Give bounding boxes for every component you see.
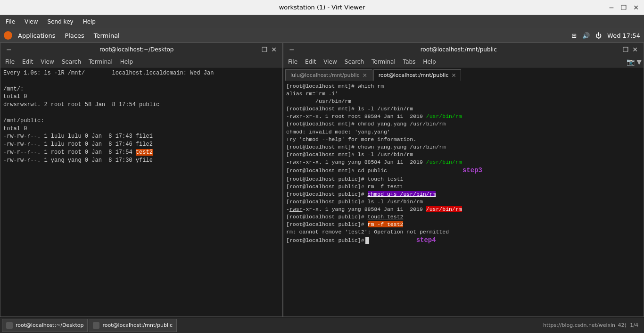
terminal-right: − root@localhost:/mnt/public ❐ ✕ File Ed… xyxy=(283,42,644,317)
term-r-line: [root@localhost public]# step4 xyxy=(286,236,641,245)
taskbar-right-info: https://blog.csdn.net/weixin_42( 1/4 xyxy=(543,322,642,328)
term-line: -rw-rw-r--. 1 lulu root 0 Jan 8 17:46 fi… xyxy=(3,141,280,149)
taskbar-icon-mnt xyxy=(93,322,99,329)
term-r-line: -rwxr-xr-x. 1 yang yang 88584 Jan 11 201… xyxy=(286,158,641,166)
term-r-line: /usr/bin/rm xyxy=(286,98,641,105)
taskbar: root@localhost:~/Desktop root@localhost:… xyxy=(0,317,644,333)
terminal-right-tabbar: lulu@localhost:/mnt/public ✕ root@localh… xyxy=(283,67,644,81)
tmenu-r-help[interactable]: Help xyxy=(420,58,438,66)
term-line: total 0 xyxy=(3,125,280,133)
taskbar-page: 1/4 xyxy=(630,322,638,328)
term-r-line: rm: cannot remove 'test2': Operation not… xyxy=(286,228,641,236)
tab-lulu-close[interactable]: ✕ xyxy=(363,72,367,79)
tmenu-terminal[interactable]: Terminal xyxy=(86,58,116,66)
app-menubar: File View Send key Help xyxy=(0,15,644,28)
terminal-right-minimize[interactable]: − xyxy=(287,46,297,53)
terminal-left-titlebar: − root@localhost:~/Desktop ❐ ✕ xyxy=(0,43,282,56)
taskbar-item-desktop[interactable]: root@localhost:~/Desktop xyxy=(2,319,88,332)
term-r-line: [root@localhost mnt]# which rm xyxy=(286,83,641,90)
terminal-left-close[interactable]: ✕ xyxy=(269,46,279,53)
term-line: -rw-rw-r--. 1 yang yang 0 Jan 8 17:30 yf… xyxy=(3,157,280,165)
terminal-left-menubar: File Edit View Search Terminal Help xyxy=(0,56,282,67)
window-controls: − ❐ ✕ xyxy=(607,3,640,12)
terminal-right-content: [root@localhost mnt]# which rm alias rm=… xyxy=(283,81,644,316)
tmenu-file[interactable]: File xyxy=(2,58,17,66)
term-r-line: -rwsr-xr-x. 1 yang yang 88584 Jan 11 201… xyxy=(286,206,641,213)
tmenu-edit[interactable]: Edit xyxy=(19,58,36,66)
network-icon: ⊞ xyxy=(571,32,577,39)
tmenu-r-file[interactable]: File xyxy=(285,58,300,66)
restore-button[interactable]: ❐ xyxy=(619,3,628,12)
tmenu-r-terminal[interactable]: Terminal xyxy=(369,58,398,66)
terminal-right-restore[interactable]: ❐ xyxy=(621,46,631,53)
term-r-line: [root@localhost public]# touch test1 xyxy=(286,175,641,183)
term-r-line: [root@localhost mnt]# chown yang.yang /u… xyxy=(286,143,641,151)
app-icon xyxy=(4,31,12,40)
tmenu-help[interactable]: Help xyxy=(117,58,136,66)
terminal-right-close[interactable]: ✕ xyxy=(630,46,640,53)
term-r-line: [root@localhost mnt]# cd publicstep3 xyxy=(286,166,641,175)
term-r-line: [root@localhost public]# ls -l /usr/bin/… xyxy=(286,198,641,206)
term-line: /mnt/: xyxy=(3,85,280,93)
menu-help[interactable]: Help xyxy=(79,17,99,26)
terminal-screenshot-icon[interactable]: 📷 xyxy=(627,58,635,66)
taskbar-icon-desktop xyxy=(6,322,13,329)
tab-root-close[interactable]: ✕ xyxy=(451,72,456,79)
term-r-line: chmod: invalid mode: 'yang.yang' xyxy=(286,128,641,136)
terminal-left-title: root@localhost:~/Desktop xyxy=(14,46,260,53)
term-line: drwsrwsrwt. 2 root root 58 Jan 8 17:54 p… xyxy=(3,101,280,109)
term-r-line: -rwxr-xr-x. 1 root root 88584 Jan 11 201… xyxy=(286,113,641,120)
taskbar-label-mnt: root@localhost:/mnt/public xyxy=(102,322,173,328)
menu-view[interactable]: View xyxy=(21,17,41,26)
taskbar-label-desktop: root@localhost:~/Desktop xyxy=(16,322,83,328)
terminal-left-minimize[interactable]: − xyxy=(4,46,14,53)
term-line: -rw-r--r--. 1 root root 0 Jan 8 17:54 te… xyxy=(3,149,280,157)
taskbar-item-mnt[interactable]: root@localhost:/mnt/public xyxy=(89,319,177,332)
title-bar: workstation (1) - Virt Viewer − ❐ ✕ xyxy=(0,0,644,15)
volume-icon: 🔊 xyxy=(582,32,590,39)
term-line: -rw-rw-r--. 1 lulu lulu 0 Jan 8 17:43 fi… xyxy=(3,133,280,141)
tmenu-view[interactable]: View xyxy=(38,58,57,66)
term-r-line: [root@localhost mnt]# chmod yang.yang /u… xyxy=(286,120,641,128)
tmenu-r-edit[interactable]: Edit xyxy=(302,58,319,66)
panel-right: ⊞ 🔊 ⏻ Wed 17:54 xyxy=(571,32,640,39)
panel-places[interactable]: Places xyxy=(61,31,88,40)
tab-root-label: root@localhost:/mnt/public xyxy=(379,72,449,78)
panel-applications[interactable]: Applications xyxy=(14,31,59,40)
panel-terminal[interactable]: Terminal xyxy=(90,31,124,40)
term-r-line: [root@localhost mnt]# ls -l /usr/bin/rm xyxy=(286,105,641,113)
term-line: /mnt/public: xyxy=(3,117,280,125)
terminals-container: − root@localhost:~/Desktop ❐ ✕ File Edit… xyxy=(0,42,644,317)
panel-left: Applications Places Terminal xyxy=(4,31,124,40)
taskbar-url: https://blog.csdn.net/weixin_42( xyxy=(543,322,627,328)
tmenu-r-tabs[interactable]: Tabs xyxy=(400,58,419,66)
close-button[interactable]: ✕ xyxy=(632,3,640,12)
term-line xyxy=(3,109,280,117)
terminal-left-content: Every 1.0s: ls -lR /mnt/ localhost.local… xyxy=(0,67,282,316)
tab-lulu[interactable]: lulu@localhost:/mnt/public ✕ xyxy=(285,69,372,81)
tmenu-search[interactable]: Search xyxy=(59,58,84,66)
terminal-right-title: root@localhost:/mnt/public xyxy=(297,46,621,53)
tmenu-r-search[interactable]: Search xyxy=(342,58,367,66)
power-icon: ⏻ xyxy=(595,32,602,39)
terminal-left-restore[interactable]: ❐ xyxy=(260,46,270,53)
terminal-right-menubar: File Edit View Search Terminal Tabs Help… xyxy=(283,56,644,67)
tab-lulu-label: lulu@localhost:/mnt/public xyxy=(290,72,360,78)
tab-root[interactable]: root@localhost:/mnt/public ✕ xyxy=(373,69,462,81)
term-r-line: [root@localhost public]# touch test2 xyxy=(286,213,641,221)
tmenu-r-view[interactable]: View xyxy=(321,58,339,66)
menu-file[interactable]: File xyxy=(2,17,19,26)
term-r-line: [root@localhost public]# rm -f test1 xyxy=(286,183,641,191)
term-r-line: [root@localhost public]# rm -f test2 xyxy=(286,221,641,228)
minimize-button[interactable]: − xyxy=(607,3,616,12)
term-r-line: [root@localhost public]# chmod u+s /usr/… xyxy=(286,191,641,198)
window-title: workstation (1) - Virt Viewer xyxy=(279,4,365,11)
clock: Wed 17:54 xyxy=(607,32,640,39)
terminal-dropdown-icon[interactable]: ▼ xyxy=(636,58,642,66)
menu-sendkey[interactable]: Send key xyxy=(44,17,77,26)
terminal-right-titlebar: − root@localhost:/mnt/public ❐ ✕ xyxy=(283,43,644,56)
terminal-left: − root@localhost:~/Desktop ❐ ✕ File Edit… xyxy=(0,42,283,317)
desktop: − root@localhost:~/Desktop ❐ ✕ File Edit… xyxy=(0,42,644,317)
term-r-line: [root@localhost mnt]# ls -l /usr/bin/rm xyxy=(286,151,641,158)
term-line xyxy=(3,77,280,85)
